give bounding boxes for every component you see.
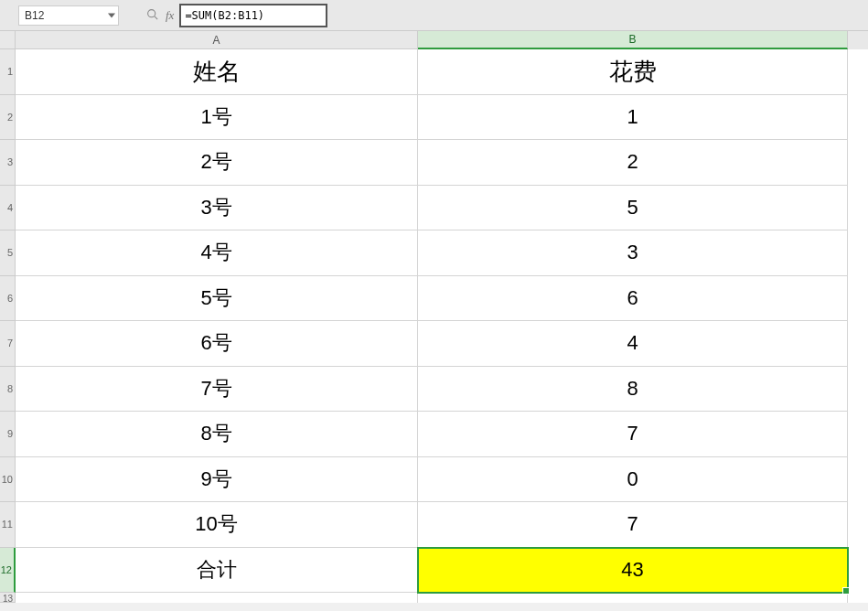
total-row: 12 合计 43 — [0, 548, 868, 594]
cell-name[interactable]: 7号 — [16, 367, 418, 413]
table-row: 8 7号 8 — [0, 367, 868, 413]
table-row: 11 10号 7 — [0, 502, 868, 548]
cell-name[interactable]: 1号 — [16, 95, 418, 141]
row-header[interactable]: 5 — [0, 230, 16, 276]
column-header-row: A B — [0, 31, 868, 49]
formula-bar: B12 fx — [0, 0, 868, 31]
row-header[interactable]: 3 — [0, 140, 16, 186]
cell-empty[interactable] — [418, 593, 848, 603]
name-box-value: B12 — [25, 9, 44, 22]
cell-cost[interactable]: 5 — [418, 186, 848, 231]
row-header[interactable]: 6 — [0, 276, 16, 322]
row-header[interactable]: 1 — [0, 49, 16, 95]
search-icon[interactable] — [146, 8, 158, 23]
row-header[interactable]: 4 — [0, 186, 16, 231]
row-header[interactable]: 12 — [0, 548, 16, 594]
cell-cost[interactable]: 0 — [418, 457, 848, 503]
row-header[interactable]: 9 — [0, 412, 16, 457]
table-row: 4 3号 5 — [0, 186, 868, 231]
cell-cost[interactable]: 2 — [418, 140, 848, 186]
cell-name[interactable]: 10号 — [16, 502, 418, 548]
column-header-a[interactable]: A — [16, 31, 418, 49]
table-row: 13 — [0, 593, 868, 603]
cell-b1[interactable]: 花费 — [418, 49, 848, 95]
row-header[interactable]: 8 — [0, 367, 16, 413]
cell-cost[interactable]: 3 — [418, 230, 848, 276]
row-header[interactable]: 10 — [0, 457, 16, 503]
table-row: 1 姓名 花费 — [0, 49, 868, 95]
cell-cost[interactable]: 7 — [418, 502, 848, 548]
cell-name[interactable]: 8号 — [16, 412, 418, 457]
select-all-corner[interactable] — [0, 31, 16, 49]
cell-cost[interactable]: 6 — [418, 276, 848, 322]
cell-cost[interactable]: 8 — [418, 367, 848, 413]
table-row: 10 9号 0 — [0, 457, 868, 503]
cell-cost[interactable]: 7 — [418, 412, 848, 457]
cell-cost[interactable]: 1 — [418, 95, 848, 141]
formula-input[interactable] — [179, 4, 327, 27]
table-row: 9 8号 7 — [0, 412, 868, 457]
svg-point-0 — [148, 9, 155, 16]
table-row: 5 4号 3 — [0, 230, 868, 276]
svg-line-1 — [155, 16, 157, 18]
spreadsheet-grid: A B 1 姓名 花费 2 1号 1 3 2号 2 4 3号 5 5 4号 3 … — [0, 31, 868, 603]
cell-cost[interactable]: 4 — [418, 321, 848, 367]
fx-icon[interactable]: fx — [166, 8, 174, 23]
cell-name[interactable]: 3号 — [16, 186, 418, 231]
cell-name[interactable]: 4号 — [16, 230, 418, 276]
table-row: 2 1号 1 — [0, 95, 868, 141]
chevron-down-icon[interactable] — [108, 13, 115, 17]
row-header[interactable]: 2 — [0, 95, 16, 141]
table-row: 6 5号 6 — [0, 276, 868, 322]
name-box[interactable]: B12 — [18, 5, 119, 26]
cell-name[interactable]: 2号 — [16, 140, 418, 186]
cell-total-label[interactable]: 合计 — [16, 548, 418, 594]
formula-toolbar: fx — [146, 8, 174, 23]
cell-total-value[interactable]: 43 — [418, 548, 848, 594]
row-header[interactable]: 7 — [0, 321, 16, 367]
row-header[interactable]: 11 — [0, 502, 16, 548]
cell-name[interactable]: 9号 — [16, 457, 418, 503]
row-header[interactable]: 13 — [0, 593, 16, 603]
cell-a1[interactable]: 姓名 — [16, 49, 418, 95]
table-row: 3 2号 2 — [0, 140, 868, 186]
table-row: 7 6号 4 — [0, 321, 868, 367]
column-header-b[interactable]: B — [418, 31, 848, 49]
cell-empty[interactable] — [16, 593, 418, 603]
cell-name[interactable]: 5号 — [16, 276, 418, 322]
cell-name[interactable]: 6号 — [16, 321, 418, 367]
